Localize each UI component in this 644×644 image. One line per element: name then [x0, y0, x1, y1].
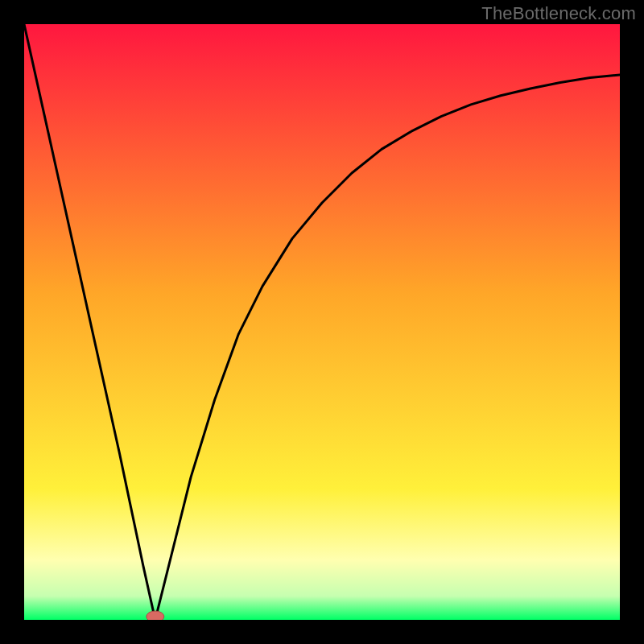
- chart-frame: [24, 24, 620, 620]
- gradient-background: [24, 24, 620, 620]
- minimum-marker: [147, 611, 164, 620]
- watermark-text: TheBottleneck.com: [481, 3, 636, 24]
- chart-svg: [24, 24, 620, 620]
